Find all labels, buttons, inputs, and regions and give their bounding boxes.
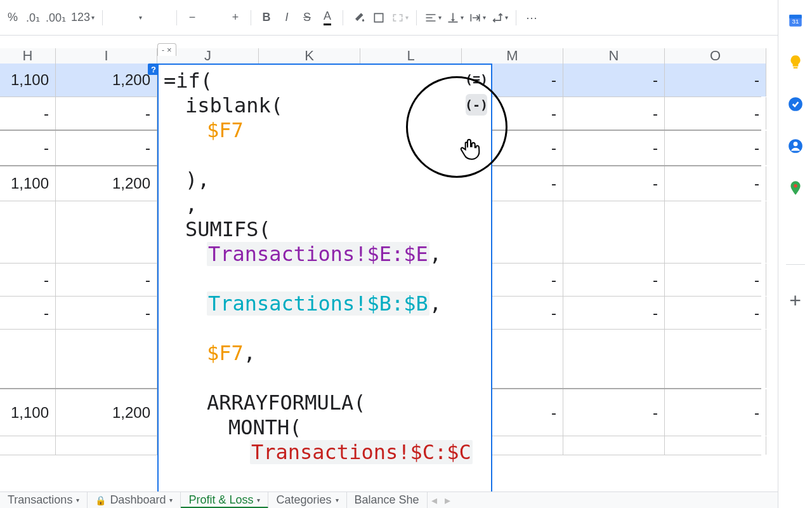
sheet-tab-label: Profit & Loss [188, 493, 253, 507]
cell[interactable] [56, 201, 157, 263]
cell[interactable]: - [0, 131, 56, 165]
chevron-down-icon: ▾ [139, 14, 142, 21]
sheet-tab-profit-loss[interactable]: Profit & Loss ▾ [181, 492, 268, 509]
number-format-button[interactable]: 123 ▾ [69, 8, 97, 28]
cell[interactable] [665, 201, 766, 263]
textrotate-button[interactable]: ▾ [488, 8, 511, 28]
cell[interactable] [0, 330, 56, 388]
formula-tab-dash: - [162, 46, 164, 55]
toolbar: % .0₁ .00₁ 123 ▾ ▾ − + B I S A ▾ ▾ ▾ ▾ ▾… [0, 0, 812, 36]
close-icon[interactable]: × [167, 45, 172, 55]
cell[interactable] [56, 330, 157, 388]
cell[interactable]: - [665, 64, 766, 97]
separator [176, 10, 177, 25]
formula-cell-tab[interactable]: - × [157, 43, 176, 56]
chevron-down-icon: ▾ [405, 14, 409, 21]
column-header[interactable]: I [56, 48, 157, 64]
calendar-icon[interactable]: 31 [787, 11, 804, 29]
strikethrough-button[interactable]: S [297, 8, 317, 28]
cell[interactable]: - [563, 166, 665, 201]
bold-button[interactable]: B [256, 8, 277, 28]
column-header[interactable]: H [0, 48, 56, 64]
cell[interactable]: - [563, 97, 665, 130]
sheet-tab-balance-sheet[interactable]: Balance She [347, 492, 428, 509]
sheet-tab-label: Transactions [8, 493, 72, 507]
formula-editor[interactable]: (≡) (-) =if( isblank( $F7 ), , SUMIFS( T… [157, 64, 492, 502]
column-header[interactable]: K [259, 48, 360, 64]
halign-button[interactable]: ▾ [422, 8, 444, 28]
separator [251, 10, 251, 25]
cell[interactable] [665, 330, 766, 388]
cell[interactable] [665, 436, 766, 455]
formula-cellref: $F7 [164, 118, 486, 143]
cell[interactable] [563, 330, 665, 388]
cell[interactable]: - [563, 389, 665, 436]
cell[interactable]: - [56, 297, 157, 329]
keep-icon[interactable] [787, 53, 804, 71]
valign-button[interactable]: ▾ [444, 8, 466, 28]
italic-button[interactable]: I [277, 8, 297, 28]
contacts-icon[interactable] [787, 137, 804, 155]
formula-collapse-button[interactable]: (-) [466, 94, 487, 116]
more-button[interactable]: ⋯ [521, 8, 542, 28]
cell[interactable]: - [665, 389, 766, 436]
cell[interactable] [563, 201, 665, 263]
cell[interactable] [56, 436, 157, 455]
formula-layout-button[interactable]: (≡) [466, 69, 487, 90]
lock-icon: 🔒 [95, 495, 106, 505]
borders-button[interactable] [369, 8, 389, 28]
textwrap-button[interactable]: ▾ [466, 8, 488, 28]
cell[interactable]: - [0, 97, 56, 130]
cell[interactable]: - [56, 131, 157, 165]
cell[interactable]: 1,100 [0, 64, 56, 97]
column-header[interactable]: M [462, 48, 563, 64]
cell[interactable] [0, 436, 56, 455]
fontsize-input[interactable] [202, 8, 225, 28]
cell[interactable]: - [563, 264, 665, 296]
increase-fontsize-button[interactable]: + [225, 8, 246, 28]
cell[interactable]: - [563, 131, 665, 165]
cell[interactable] [563, 436, 665, 455]
cell[interactable]: - [56, 97, 157, 130]
cell[interactable]: - [56, 264, 157, 296]
cell[interactable]: 1,200 [56, 166, 157, 201]
fillcolor-button[interactable] [348, 8, 369, 28]
font-family-dropdown[interactable]: ▾ [108, 8, 171, 28]
cell[interactable]: - [0, 264, 56, 296]
chevron-down-icon: ▾ [438, 14, 442, 21]
cell[interactable]: 1,200 [56, 389, 157, 436]
sheet-tab-dashboard[interactable]: 🔒 Dashboard ▾ [88, 492, 181, 509]
sheet-tab-label: Categories [276, 493, 331, 507]
cell[interactable]: - [665, 97, 766, 130]
svg-rect-3 [793, 67, 797, 69]
cell[interactable]: - [665, 166, 766, 201]
cell[interactable]: - [0, 297, 56, 329]
column-header[interactable]: L [360, 48, 462, 64]
cell[interactable]: 1,100 [0, 389, 56, 436]
tasks-icon[interactable] [787, 95, 804, 113]
addons-plus-button[interactable]: + [789, 289, 801, 312]
percent-format-button[interactable]: % [3, 8, 23, 28]
sheet-tab-label: Dashboard [110, 493, 166, 507]
cell[interactable]: - [563, 297, 665, 329]
textcolor-button[interactable]: A [317, 8, 337, 28]
separator [102, 10, 103, 25]
increase-decimal-button[interactable]: .00₁ [43, 8, 69, 28]
cell[interactable] [0, 201, 56, 263]
decrease-decimal-button[interactable]: .0₁ [23, 8, 43, 28]
cell[interactable]: - [665, 131, 766, 165]
sheet-nav-right[interactable]: ▸ [441, 493, 454, 507]
decrease-fontsize-button[interactable]: − [182, 8, 202, 28]
cell[interactable]: - [665, 264, 766, 296]
sheet-nav-left: ◂ [428, 493, 441, 507]
maps-icon[interactable] [787, 179, 804, 197]
sheet-tab-categories[interactable]: Categories ▾ [268, 492, 346, 509]
cell[interactable]: - [665, 297, 766, 329]
cell[interactable]: 1,100 [0, 166, 56, 201]
sheet-tab-transactions[interactable]: Transactions ▾ [0, 492, 88, 509]
cell[interactable]: - [563, 64, 665, 97]
column-header[interactable]: N [563, 48, 665, 64]
column-header[interactable]: O [665, 48, 766, 64]
cell[interactable]: 1,200 [56, 64, 157, 97]
merge-cells-button[interactable]: ▾ [389, 8, 411, 28]
